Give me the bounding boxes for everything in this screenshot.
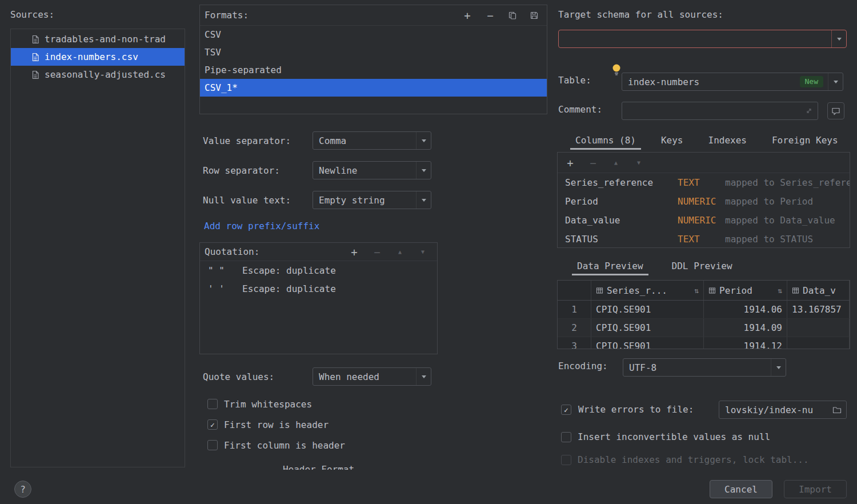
cell-data-value: 13.167857 — [787, 301, 850, 318]
grid-row[interactable]: 1 CPIQ.SE901 1914.06 13.167857 — [558, 301, 850, 319]
column-type: NUMERIC — [678, 196, 725, 207]
format-item-csv1[interactable]: CSV_1* — [200, 79, 547, 97]
comment-label: Comment: — [558, 104, 602, 115]
grid-row[interactable]: 3 CPIQ.SE901 1914.12 — [558, 337, 850, 349]
checkmark: ✓ — [210, 421, 215, 429]
grid-header-period[interactable]: Period ⇅ — [704, 281, 787, 300]
target-panel: Target schema for all sources: Table: in… — [557, 0, 851, 470]
table-name-input[interactable]: index-numbers New — [622, 73, 843, 91]
format-item-label: Pipe-separated — [205, 65, 282, 75]
trim-whitespaces-row: Trim whitespaces — [207, 398, 312, 410]
format-item-csv[interactable]: CSV — [200, 26, 547, 43]
row-separator-value: Newline — [319, 165, 416, 176]
column-name: Series_reference — [565, 177, 678, 188]
grid-corner-cell — [558, 281, 591, 300]
header-format-section-label: Header Format — [199, 464, 438, 470]
cell-data-value — [787, 319, 850, 337]
trim-whitespaces-checkbox[interactable] — [207, 399, 218, 409]
comment-input[interactable] — [622, 102, 818, 120]
row-number: 1 — [558, 301, 591, 318]
move-down-icon[interactable]: ▼ — [634, 158, 644, 168]
format-item-pipe[interactable]: Pipe-separated — [200, 61, 547, 79]
first-column-header-checkbox[interactable] — [207, 440, 218, 450]
write-errors-checkbox[interactable]: ✓ — [561, 405, 571, 415]
disable-indexes-row: Disable indexes and triggers, lock tabl.… — [561, 454, 809, 465]
encoding-select[interactable]: UTF-8 — [623, 358, 786, 377]
save-format-icon[interactable] — [530, 11, 539, 20]
cancel-button[interactable]: Cancel — [710, 480, 772, 498]
column-mapping: mapped to Data_value — [725, 215, 850, 226]
quotation-item[interactable]: ' ' Escape: duplicate — [200, 279, 437, 298]
tab-columns[interactable]: Columns (8) — [570, 130, 641, 150]
add-quotation-icon[interactable]: + — [349, 247, 359, 257]
columns-toolbar: + − ▲ ▼ — [558, 153, 850, 173]
null-value-select[interactable]: Empty string — [313, 191, 431, 209]
remove-quotation-icon[interactable]: − — [372, 247, 382, 257]
chevron-down-icon — [416, 132, 431, 149]
chevron-down-icon — [771, 359, 786, 376]
tab-keys[interactable]: Keys — [656, 130, 688, 150]
target-schema-select[interactable] — [558, 30, 847, 48]
formats-box: Formats: + − CSV TSV Pipe-separated CSV_… — [199, 5, 547, 114]
column-type: TEXT — [678, 177, 725, 188]
trim-whitespaces-label: Trim whitespaces — [224, 399, 312, 410]
add-column-icon[interactable]: + — [565, 158, 575, 168]
null-value-row: Null value text: Empty string — [199, 191, 547, 209]
remove-column-icon[interactable]: − — [588, 158, 598, 168]
copy-format-icon[interactable] — [508, 11, 517, 20]
column-mapping: mapped to Series_reference — [725, 177, 850, 188]
cell-series: CPIQ.SE901 — [591, 337, 704, 349]
intention-bulb-icon[interactable] — [611, 63, 622, 75]
sort-icon[interactable]: ⇅ — [694, 286, 699, 295]
insert-null-checkbox[interactable] — [561, 432, 571, 442]
value-separator-row: Value separator: Comma — [199, 131, 547, 150]
move-up-icon[interactable]: ▲ — [611, 158, 621, 168]
column-row[interactable]: STATUS TEXT mapped to STATUS — [558, 230, 850, 249]
tab-ddl-preview[interactable]: DDL Preview — [667, 256, 738, 275]
grid-row[interactable]: 2 CPIQ.SE901 1914.09 — [558, 319, 850, 337]
error-file-path-value: lovskiy/index-nu — [725, 405, 829, 415]
source-item-label: tradables-and-non-trad — [45, 34, 166, 45]
format-item-tsv[interactable]: TSV — [200, 43, 547, 61]
row-separator-select[interactable]: Newline — [313, 161, 431, 179]
format-item-label: CSV_1* — [205, 82, 238, 93]
table-column-icon — [792, 287, 799, 294]
comment-bubble-button[interactable] — [827, 102, 844, 119]
disable-indexes-checkbox — [561, 455, 571, 465]
grid-header-data-value[interactable]: Data_v — [787, 281, 850, 300]
import-button[interactable]: Import — [784, 480, 847, 498]
column-row[interactable]: Series_reference TEXT mapped to Series_r… — [558, 173, 850, 192]
sort-icon[interactable]: ⇅ — [778, 286, 782, 295]
move-up-icon[interactable]: ▲ — [395, 247, 405, 257]
column-row[interactable]: Period NUMERIC mapped to Period — [558, 192, 850, 211]
expand-icon[interactable] — [805, 107, 813, 115]
table-name-value: index-numbers — [628, 77, 800, 87]
source-item-seasonally-adjusted[interactable]: seasonally-adjusted.cs — [11, 66, 185, 83]
columns-panel: + − ▲ ▼ Series_reference TEXT mapped to … — [557, 152, 850, 248]
first-row-header-checkbox[interactable]: ✓ — [207, 419, 218, 430]
csv-file-icon — [31, 35, 39, 44]
encoding-label: Encoding: — [558, 361, 608, 371]
move-down-icon[interactable]: ▼ — [418, 247, 428, 257]
tab-indexes[interactable]: Indexes — [703, 130, 752, 150]
remove-format-icon[interactable]: − — [485, 10, 495, 21]
table-label: Table: — [558, 75, 591, 86]
grid-header-series[interactable]: Series_r... ⇅ — [591, 281, 704, 300]
column-row[interactable]: Data_value NUMERIC mapped to Data_value — [558, 211, 850, 230]
tab-data-preview[interactable]: Data Preview — [572, 256, 648, 275]
tab-foreign-keys[interactable]: Foreign Keys — [767, 130, 843, 150]
add-row-prefix-suffix-link[interactable]: Add row prefix/suffix — [204, 221, 319, 231]
source-item-tradables[interactable]: tradables-and-non-trad — [11, 30, 185, 48]
quotation-escape: Escape: duplicate — [242, 283, 336, 294]
quote-values-select[interactable]: When needed — [313, 367, 431, 386]
table-column-icon — [596, 287, 603, 294]
folder-icon[interactable] — [832, 406, 842, 414]
first-column-header-label: First column is header — [224, 440, 345, 451]
target-schema-label: Target schema for all sources: — [558, 9, 723, 20]
error-file-path-input[interactable]: lovskiy/index-nu — [719, 401, 847, 419]
value-separator-select[interactable]: Comma — [313, 131, 431, 150]
help-button[interactable]: ? — [14, 481, 31, 498]
quotation-item[interactable]: " " Escape: duplicate — [200, 261, 437, 279]
source-item-index-numbers[interactable]: index-numbers.csv — [11, 48, 185, 66]
add-format-icon[interactable]: + — [462, 10, 472, 21]
